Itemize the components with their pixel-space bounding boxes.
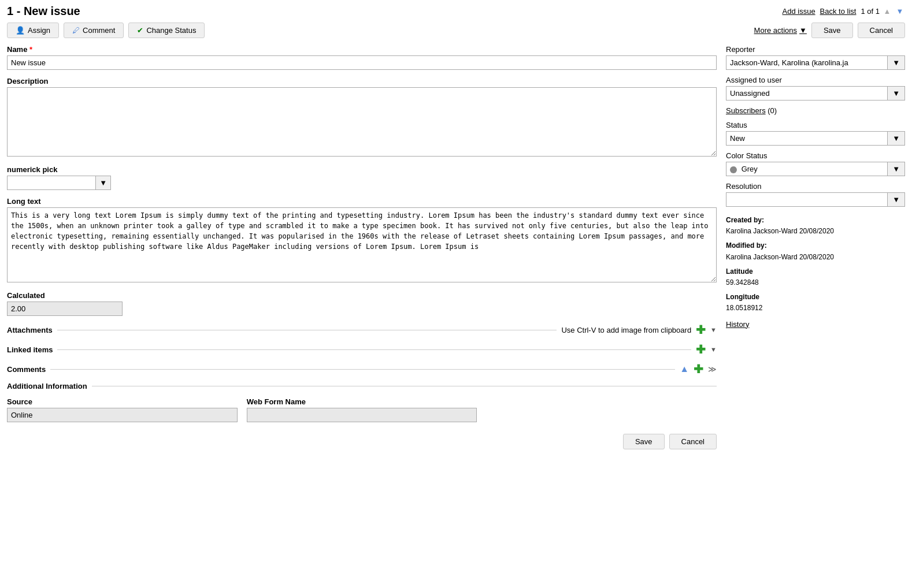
attachments-dropdown-icon[interactable]: ▼ (710, 326, 717, 333)
color-status-arrow-icon[interactable]: ▼ (887, 162, 904, 176)
reporter-value: Jackson-Ward, Karolina (karolina.ja (726, 56, 887, 69)
nav-down-icon[interactable]: ▼ (895, 6, 905, 17)
reporter-select[interactable]: Jackson-Ward, Karolina (karolina.ja ▼ (726, 55, 905, 70)
attachments-divider (57, 330, 557, 330)
pagination-text: 1 of 1 (861, 7, 880, 16)
created-by-label: Created by: (726, 215, 905, 226)
status-value: New (726, 132, 887, 145)
attachments-hint: Use Ctrl-V to add image from clipboard (561, 326, 691, 334)
assign-button[interactable]: 👤 Assign (7, 23, 59, 38)
attachments-label: Attachments (7, 326, 53, 334)
latitude-label: Latitude (726, 266, 905, 277)
modified-by-value: Karolina Jackson-Ward 20/08/2020 (726, 252, 905, 263)
latitude-value: 59.342848 (726, 277, 905, 288)
reporter-label: Reporter (726, 45, 905, 54)
subscribers-field: Subscribers (0) (726, 106, 905, 115)
assigned-to-arrow-icon[interactable]: ▼ (887, 87, 904, 100)
assigned-to-value: Unassigned (726, 87, 887, 100)
save-button-top[interactable]: Save (811, 23, 853, 38)
comments-divider (50, 369, 675, 370)
nav-up-icon[interactable]: ▲ (882, 6, 892, 17)
description-input[interactable] (7, 87, 717, 157)
modified-by-label: Modified by: (726, 240, 905, 251)
comment-button[interactable]: 🖊 Comment (64, 23, 124, 38)
web-form-label: Web Form Name (247, 397, 477, 406)
color-status-label: Color Status (726, 151, 905, 160)
description-label: Description (7, 77, 717, 85)
save-button-bottom[interactable]: Save (623, 434, 665, 449)
name-label: Name * (7, 45, 717, 54)
linked-items-dropdown-icon[interactable]: ▼ (710, 346, 717, 353)
color-status-select[interactable]: Grey ▼ (726, 162, 905, 176)
checkmark-icon: ✔ (137, 26, 143, 35)
attachments-add-icon[interactable]: ✚ (696, 323, 706, 337)
long-text-label: Long text (7, 197, 717, 206)
created-by-value: Karolina Jackson-Ward 20/08/2020 (726, 226, 905, 237)
cancel-button-top[interactable]: Cancel (858, 23, 905, 38)
required-indicator: * (29, 45, 32, 54)
numerick-pick-select[interactable]: ▼ (7, 176, 111, 190)
history-link[interactable]: History (726, 320, 749, 329)
additional-info-divider (92, 386, 717, 386)
name-input[interactable] (7, 55, 717, 70)
linked-items-divider (57, 349, 691, 350)
page-title: 1 - New issue (7, 5, 80, 18)
web-form-input[interactable] (247, 408, 477, 422)
longitude-label: Longitude (726, 292, 905, 303)
more-actions-button[interactable]: More actions ▼ (754, 26, 807, 35)
linked-items-label: Linked items (7, 345, 53, 354)
back-to-list-link[interactable]: Back to list (820, 7, 857, 16)
comments-section: Comments ▲ ✚ ≫ (7, 362, 717, 376)
numerick-pick-label: numerick pick (7, 165, 717, 174)
comments-label: Comments (7, 365, 46, 374)
assigned-to-label: Assigned to user (726, 76, 905, 84)
cancel-button-bottom[interactable]: Cancel (669, 434, 717, 449)
color-dot-icon (730, 166, 737, 173)
source-input (7, 408, 238, 422)
longitude-value: 18.0518912 (726, 303, 905, 314)
source-label: Source (7, 397, 238, 406)
resolution-select[interactable]: ▼ (726, 192, 905, 207)
long-text-input[interactable]: This is a very long text Lorem Ipsum is … (7, 207, 717, 282)
comment-icon: 🖊 (72, 26, 80, 35)
calculated-value: 2.00 (7, 302, 123, 316)
linked-items-add-icon[interactable]: ✚ (696, 343, 706, 356)
reporter-arrow-icon[interactable]: ▼ (887, 56, 904, 69)
status-label: Status (726, 121, 905, 129)
numerick-pick-input[interactable] (8, 176, 95, 189)
add-issue-link[interactable]: Add issue (783, 7, 815, 16)
resolution-arrow-icon[interactable]: ▼ (887, 193, 904, 206)
resolution-label: Resolution (726, 182, 905, 191)
assigned-to-select[interactable]: Unassigned ▼ (726, 86, 905, 101)
subscribers-count: (0) (768, 106, 777, 115)
comments-expand-icon[interactable]: ≫ (708, 364, 717, 374)
calculated-label: Calculated (7, 291, 717, 300)
attachments-section: Attachments Use Ctrl-V to add image from… (7, 323, 717, 337)
numerick-pick-arrow-icon[interactable]: ▼ (95, 176, 110, 189)
more-actions-arrow-icon: ▼ (799, 26, 807, 35)
color-status-value: Grey (726, 162, 887, 176)
comments-add-icon[interactable]: ✚ (694, 362, 703, 376)
linked-items-section: Linked items ✚ ▼ (7, 343, 717, 356)
change-status-button[interactable]: ✔ Change Status (128, 23, 205, 38)
status-select[interactable]: New ▼ (726, 131, 905, 146)
additional-info-label: Additional Information (7, 382, 87, 390)
subscribers-link[interactable]: Subscribers (726, 106, 766, 115)
status-arrow-icon[interactable]: ▼ (887, 132, 904, 145)
additional-info-section: Additional Information (7, 382, 717, 390)
assign-icon: 👤 (16, 26, 25, 35)
resolution-value (726, 198, 887, 202)
comments-up-icon[interactable]: ▲ (680, 364, 689, 374)
